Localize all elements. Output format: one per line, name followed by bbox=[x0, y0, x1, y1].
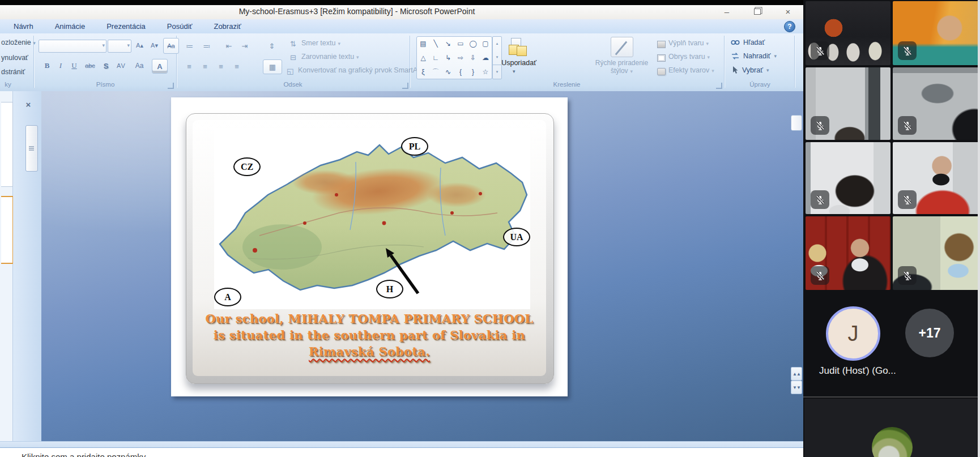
justify-button[interactable]: ≡ bbox=[230, 61, 244, 72]
slide-thumbnail[interactable] bbox=[1, 102, 13, 187]
mic-muted-icon bbox=[811, 41, 829, 60]
triangle-icon[interactable]: △ bbox=[420, 54, 425, 61]
participant-video-classroom-group[interactable] bbox=[806, 1, 890, 65]
next-slide-button[interactable]: ▼▼ bbox=[791, 381, 802, 394]
replace-button[interactable]: Nahradiť ▾ bbox=[731, 52, 777, 60]
slide-thumbnail-selected[interactable] bbox=[1, 196, 14, 264]
scroll-up-icon[interactable]: ▴ bbox=[493, 37, 501, 50]
restore-button[interactable] bbox=[752, 7, 762, 16]
participant-video-boy-closeup[interactable] bbox=[893, 1, 979, 65]
tab-navrh[interactable]: Návrh bbox=[11, 21, 36, 32]
arrange-button[interactable]: Usporiadať bbox=[493, 59, 545, 67]
minimize-button[interactable]: – bbox=[722, 7, 732, 16]
chevron-down-icon: ▾ bbox=[127, 42, 130, 48]
shapes-gallery-scrollbar[interactable]: ▴ ▾ ▾ bbox=[492, 36, 502, 79]
elbow-connector-icon[interactable]: ∟ bbox=[432, 54, 439, 61]
participant-video-classroom-desk[interactable] bbox=[806, 67, 890, 140]
cursor-icon bbox=[731, 66, 739, 74]
grow-font-button[interactable]: A▴ bbox=[133, 40, 147, 52]
scribble-icon[interactable]: ξ bbox=[421, 69, 424, 75]
clear-formatting-button[interactable]: Aa bbox=[163, 38, 179, 54]
down-arrow-icon[interactable]: ⇩ bbox=[470, 54, 476, 61]
rectangle-icon[interactable]: ▭ bbox=[457, 40, 463, 47]
text-shadow-button[interactable]: S bbox=[100, 59, 112, 72]
dialog-launcher-icon[interactable] bbox=[168, 83, 174, 89]
select-button[interactable]: Vybrať ▾ bbox=[731, 66, 769, 74]
previous-slide-button[interactable]: ▲▲ bbox=[791, 367, 802, 381]
shape-outline-button[interactable]: Obrys tvaru▾ bbox=[668, 53, 710, 61]
slide-thumbnails-pane[interactable] bbox=[0, 91, 13, 441]
font-name-combobox[interactable]: ▾ bbox=[39, 40, 106, 53]
font-size-combobox[interactable]: ▾ bbox=[108, 40, 131, 53]
text-direction-button[interactable]: Smer textu▾ bbox=[301, 39, 340, 47]
right-arrow-icon[interactable]: ⇨ bbox=[458, 54, 463, 61]
participants-overflow-badge[interactable]: +17 bbox=[905, 309, 954, 357]
italic-button[interactable]: I bbox=[54, 59, 67, 72]
align-right-button[interactable]: ≡ bbox=[214, 61, 228, 72]
reset-button[interactable]: ynulovať bbox=[1, 54, 28, 62]
align-left-button[interactable]: ≡ bbox=[182, 61, 196, 72]
slide-canvas[interactable]: CZ PL UA H A Our school, MIHALY TOMPA PR… bbox=[171, 97, 568, 396]
underline-button[interactable]: U bbox=[68, 59, 80, 72]
layout-button[interactable]: ozloženie ▾ bbox=[1, 39, 36, 46]
participant-video-red-hoodie[interactable] bbox=[893, 142, 979, 214]
rounded-rectangle-icon[interactable]: ▢ bbox=[482, 40, 488, 47]
text-box-icon[interactable]: ▤ bbox=[420, 40, 426, 47]
dialog-launcher-icon[interactable] bbox=[716, 83, 722, 89]
chevron-down-icon: ▾ bbox=[338, 41, 340, 46]
notes-pane[interactable]: Kliknite sem a pridajte poznámky bbox=[0, 447, 803, 457]
elbow-arrow-icon[interactable]: ↳ bbox=[445, 54, 451, 61]
shapes-gallery[interactable]: ▤ ╲ ↘ ▭ ◯ ▢ △ ∟ ↳ ⇨ ⇩ ☁ ξ ⌒ ∿ { } ☆ bbox=[416, 36, 492, 79]
shape-fill-button[interactable]: Výplň tvaru▾ bbox=[668, 39, 709, 47]
strikethrough-button[interactable]: abc bbox=[82, 59, 99, 72]
font-color-button[interactable]: A bbox=[152, 59, 168, 74]
increase-indent-button[interactable]: ⇥ bbox=[238, 40, 252, 52]
shrink-font-button[interactable]: A▾ bbox=[147, 40, 161, 52]
meeting-scrollbar[interactable] bbox=[978, 0, 980, 457]
horizontal-scrollbar[interactable] bbox=[0, 441, 803, 447]
map-picture[interactable]: CZ PL UA H A Our school, MIHALY TOMPA PR… bbox=[186, 113, 554, 384]
curve-icon[interactable]: ∿ bbox=[445, 69, 451, 75]
star-icon[interactable]: ☆ bbox=[483, 69, 489, 75]
align-text-button[interactable]: Zarovnanie textu▾ bbox=[301, 53, 359, 61]
arc-icon[interactable]: ⌒ bbox=[432, 69, 439, 75]
quick-styles-button[interactable]: Rýchle priradenie štýlov▾ bbox=[589, 59, 654, 75]
restore-icon bbox=[754, 8, 761, 15]
tab-animacie[interactable]: Animácie bbox=[53, 21, 87, 32]
participant-video-nature-avatar[interactable] bbox=[804, 399, 978, 457]
arrow-icon[interactable]: ↘ bbox=[445, 40, 451, 47]
shape-effects-button[interactable]: Efekty tvarov▾ bbox=[668, 66, 714, 74]
dialog-launcher-icon[interactable] bbox=[402, 83, 408, 89]
find-button[interactable]: Hľadať bbox=[731, 39, 765, 46]
slide-scrollbar-thumb[interactable] bbox=[791, 115, 802, 131]
align-center-button[interactable]: ≡ bbox=[198, 61, 212, 72]
right-brace-icon[interactable]: } bbox=[472, 69, 474, 75]
help-icon[interactable]: ? bbox=[784, 21, 795, 32]
bullets-button[interactable]: ≔ bbox=[182, 40, 197, 52]
numbering-button[interactable]: ≕ bbox=[199, 40, 214, 52]
decrease-indent-button[interactable]: ⇤ bbox=[222, 40, 236, 52]
slide-caption-textbox[interactable]: Our school, MIHALY TOMPA PRIMARY SCHOOL … bbox=[193, 310, 546, 360]
participant-video-student-mask[interactable] bbox=[893, 67, 979, 140]
columns-button[interactable]: ▦ bbox=[263, 59, 282, 74]
participant-video-girl-glasses[interactable] bbox=[893, 216, 979, 290]
tab-zobrazit[interactable]: Zobraziť bbox=[211, 21, 243, 32]
character-spacing-button[interactable]: AV bbox=[113, 59, 129, 72]
panel-divider bbox=[803, 396, 980, 398]
line-spacing-button[interactable]: ⇕ bbox=[264, 40, 280, 52]
line-icon[interactable]: ╲ bbox=[433, 40, 437, 47]
thumbnails-scrollbar[interactable] bbox=[25, 125, 38, 172]
left-brace-icon[interactable]: { bbox=[459, 69, 462, 75]
oval-icon[interactable]: ◯ bbox=[469, 40, 476, 47]
convert-to-smartart-button[interactable]: Konvertovať na grafický prvok SmartArt▾ bbox=[298, 66, 427, 74]
close-button[interactable]: × bbox=[783, 7, 793, 16]
delete-slide-button[interactable]: dstrániť bbox=[1, 68, 25, 76]
change-case-button[interactable]: Aa bbox=[131, 59, 147, 72]
bold-button[interactable]: B bbox=[41, 59, 53, 72]
cloud-shape-icon[interactable]: ☁ bbox=[482, 54, 489, 61]
tab-prezentacia[interactable]: Prezentácia bbox=[104, 21, 148, 32]
participant-video-two-girls[interactable] bbox=[806, 216, 890, 290]
tab-posudit[interactable]: Posúdiť bbox=[165, 21, 195, 32]
participant-video-boy-headset[interactable] bbox=[806, 142, 890, 214]
close-pane-button[interactable]: × bbox=[23, 99, 34, 109]
